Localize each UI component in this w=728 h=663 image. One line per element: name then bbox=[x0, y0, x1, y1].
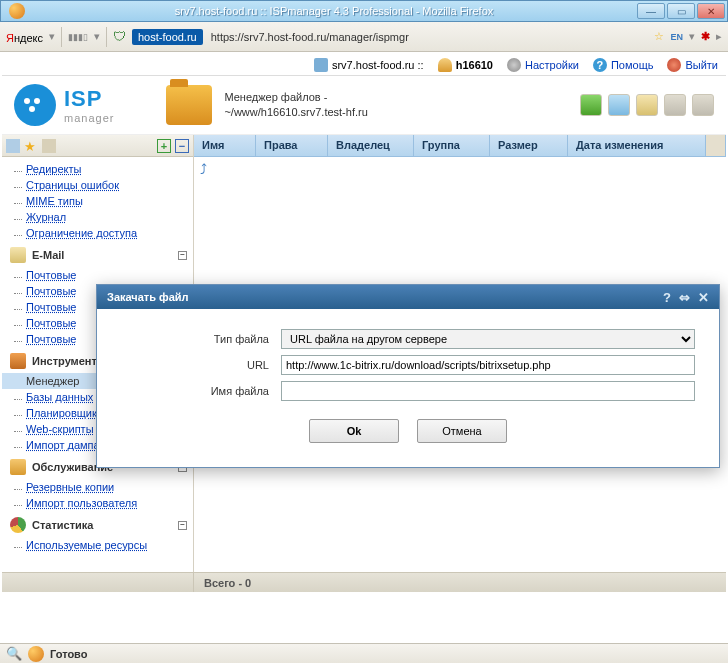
list-icon[interactable] bbox=[6, 139, 20, 153]
sidebar-section-stats[interactable]: Статистика− bbox=[2, 511, 193, 537]
cancel-button[interactable]: Отмена bbox=[417, 419, 507, 443]
type-select[interactable]: URL файла на другом сервере bbox=[281, 329, 695, 349]
action-edit-button[interactable] bbox=[636, 94, 658, 116]
dialog-help-icon[interactable]: ? bbox=[663, 290, 671, 305]
tools-icon bbox=[10, 353, 26, 369]
logout-icon bbox=[667, 58, 681, 72]
browser-statusbar: 🔍 Готово bbox=[0, 643, 728, 663]
sidebar-item-backups[interactable]: Резервные копии bbox=[2, 479, 193, 495]
window-minimize-button[interactable]: — bbox=[637, 3, 665, 19]
sidebar-item-userimport[interactable]: Импорт пользователя bbox=[2, 495, 193, 511]
piechart-icon bbox=[10, 517, 26, 533]
star-icon[interactable]: ★ bbox=[24, 139, 38, 153]
translate-dropdown-icon[interactable]: ▾ bbox=[689, 30, 695, 43]
star-icon[interactable]: ☆ bbox=[654, 30, 664, 43]
maintenance-icon bbox=[10, 459, 26, 475]
expand-all-icon[interactable]: + bbox=[157, 139, 171, 153]
app-logo: ISP manager bbox=[14, 84, 114, 126]
dialog-close-icon[interactable]: ✕ bbox=[698, 290, 709, 305]
file-table-header: Имя Права Владелец Группа Размер Дата из… bbox=[194, 135, 726, 157]
window-title: srv7.host-food.ru :: ISPmanager 4.3 Prof… bbox=[31, 5, 637, 17]
sidebar-item-redirects[interactable]: Редиректы bbox=[2, 161, 193, 177]
action-new-button[interactable] bbox=[580, 94, 602, 116]
help-icon: ? bbox=[593, 58, 607, 72]
stop-icon[interactable]: ✱ bbox=[701, 30, 710, 43]
server-icon bbox=[314, 58, 328, 72]
collapse-all-icon[interactable]: − bbox=[175, 139, 189, 153]
window-close-button[interactable]: ✕ bbox=[697, 3, 725, 19]
user-indicator: h16610 bbox=[438, 58, 493, 72]
sidebar-item-resources[interactable]: Используемые ресурсы bbox=[2, 537, 193, 553]
up-folder-icon[interactable]: ⤴ bbox=[200, 161, 207, 177]
server-indicator: srv7.host-food.ru :: bbox=[314, 58, 424, 72]
clipboard-icon[interactable] bbox=[42, 139, 56, 153]
sidebar-item-mime[interactable]: MIME типы bbox=[2, 193, 193, 209]
url-label: URL bbox=[121, 359, 281, 371]
filename-input[interactable] bbox=[281, 381, 695, 401]
app-topbar: srv7.host-food.ru :: h16610 Настройки ? … bbox=[2, 54, 726, 76]
window-maximize-button[interactable]: ▭ bbox=[667, 3, 695, 19]
dialog-maximize-icon[interactable]: ⇔ bbox=[679, 290, 690, 305]
upload-dialog: Закачать файл ? ⇔ ✕ Тип файла URL файла … bbox=[96, 284, 720, 468]
ok-button[interactable]: Ok bbox=[309, 419, 399, 443]
col-owner[interactable]: Владелец bbox=[328, 135, 414, 156]
action-delete-button[interactable] bbox=[692, 94, 714, 116]
col-size[interactable]: Размер bbox=[490, 135, 568, 156]
status-text: Готово bbox=[50, 648, 87, 660]
shield-icon: 🛡 bbox=[113, 29, 126, 44]
logout-link[interactable]: Выйти bbox=[667, 58, 718, 72]
col-mtime[interactable]: Дата изменения bbox=[568, 135, 706, 156]
signal-icon: ▮▮▮▯ bbox=[68, 32, 88, 42]
filename-label: Имя файла bbox=[121, 385, 281, 397]
col-settings-icon[interactable] bbox=[706, 135, 726, 156]
dialog-title: Закачать файл bbox=[107, 291, 655, 303]
sidebar-toolbar: ★ + − bbox=[2, 135, 193, 157]
sidebar-item-mail-0[interactable]: Почтовые bbox=[2, 267, 193, 283]
browser-toolbar: Яндекс ▾ ▮▮▮▯ ▾ 🛡 host-food.ru https://s… bbox=[0, 22, 728, 52]
gear-icon bbox=[507, 58, 521, 72]
sidebar-item-errorpages[interactable]: Страницы ошибок bbox=[2, 177, 193, 193]
user-icon bbox=[438, 58, 452, 72]
sidebar-item-access[interactable]: Ограничение доступа bbox=[2, 225, 193, 241]
address-url[interactable]: https://srv7.host-food.ru/manager/ispmgr bbox=[211, 31, 409, 43]
col-group[interactable]: Группа bbox=[414, 135, 490, 156]
firefox-icon bbox=[9, 3, 25, 19]
search-icon[interactable]: 🔍 bbox=[6, 646, 22, 661]
app-statusbar: Всего - 0 bbox=[2, 572, 726, 592]
app-banner: ISP manager Менеджер файлов - ~/www/h166… bbox=[2, 76, 726, 135]
window-titlebar: srv7.host-food.ru :: ISPmanager 4.3 Prof… bbox=[0, 0, 728, 22]
breadcrumb: Менеджер файлов - ~/www/h16610.srv7.test… bbox=[224, 90, 568, 121]
sidebar-item-log[interactable]: Журнал bbox=[2, 209, 193, 225]
help-link[interactable]: ? Помощь bbox=[593, 58, 654, 72]
url-input[interactable] bbox=[281, 355, 695, 375]
col-name[interactable]: Имя bbox=[194, 135, 256, 156]
sidebar-section-email[interactable]: E-Mail− bbox=[2, 241, 193, 267]
locale-icon[interactable]: EN bbox=[670, 32, 683, 42]
type-label: Тип файла bbox=[121, 333, 281, 345]
mail-icon bbox=[10, 247, 26, 263]
folder-big-icon bbox=[166, 85, 212, 125]
action-upload-button[interactable] bbox=[608, 94, 630, 116]
settings-link[interactable]: Настройки bbox=[507, 58, 579, 72]
col-perms[interactable]: Права bbox=[256, 135, 328, 156]
dialog-titlebar[interactable]: Закачать файл ? ⇔ ✕ bbox=[97, 285, 719, 309]
yandex-logo[interactable]: Яндекс bbox=[6, 29, 43, 45]
action-copy-button[interactable] bbox=[664, 94, 686, 116]
site-identity[interactable]: host-food.ru bbox=[132, 29, 203, 45]
total-count: Всего - 0 bbox=[194, 577, 251, 589]
firefox-small-icon bbox=[28, 646, 44, 662]
